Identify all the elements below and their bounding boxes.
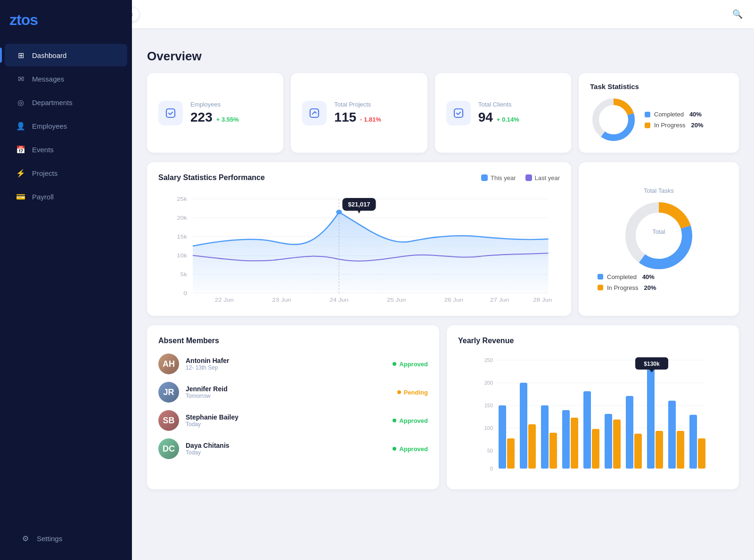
absent-item-2: SB Stephanie Bailey Today Approved xyxy=(158,410,428,431)
search-icon[interactable]: 🔍 xyxy=(732,9,743,19)
svg-rect-50 xyxy=(571,418,578,469)
this-year-square xyxy=(481,174,488,181)
legend-completed: Completed 40% xyxy=(645,111,704,118)
absent-members-title: Absent Members xyxy=(158,337,428,345)
sidebar-footer: ⚙ Settings xyxy=(0,517,132,560)
this-year-label: This year xyxy=(491,174,516,181)
completed-dot xyxy=(645,112,650,117)
avatar-antonin: AH xyxy=(158,354,179,374)
svg-rect-64 xyxy=(689,415,697,469)
svg-rect-58 xyxy=(656,431,663,469)
projects-icon: ⚡ xyxy=(16,168,25,178)
svg-text:$130k: $130k xyxy=(644,361,660,367)
status-badge-3: Approved xyxy=(393,445,428,453)
svg-text:24 Jun: 24 Jun xyxy=(329,297,348,303)
task-completed-legend: Completed 40% xyxy=(598,273,720,280)
sidebar-item-messages[interactable]: ✉ Messages xyxy=(5,67,127,90)
last-year-square xyxy=(525,174,532,181)
employees-stat-value: 223 xyxy=(190,110,213,125)
clients-stat-label: Total Clients xyxy=(478,101,519,108)
svg-rect-53 xyxy=(605,414,612,469)
svg-text:15k: 15k xyxy=(177,234,188,240)
sidebar-item-projects[interactable]: ⚡ Projects xyxy=(5,162,127,184)
payroll-icon: 💳 xyxy=(16,192,25,201)
revenue-chart-svg: 250 200 150 100 50 0 xyxy=(458,354,728,476)
svg-rect-65 xyxy=(698,438,705,469)
absent-item-1: JR Jennifer Reid Tomorrow Pending xyxy=(158,382,428,403)
clients-stat-icon xyxy=(446,101,471,125)
absent-name-0: Antonin Hafer xyxy=(186,357,386,364)
collapse-button[interactable]: ‹ xyxy=(132,7,139,22)
svg-text:200: 200 xyxy=(484,380,493,386)
absent-list: AH Antonin Hafer 12- 13th Sep Approved xyxy=(158,354,428,459)
svg-text:5k: 5k xyxy=(180,272,188,278)
salary-chart-title: Salary Statistics Performance xyxy=(158,173,265,182)
task-statistics-card: Task Statistics xyxy=(579,73,739,153)
settings-icon: ⚙ xyxy=(21,534,30,543)
svg-rect-57 xyxy=(647,368,655,469)
svg-text:25 Jun: 25 Jun xyxy=(387,297,406,303)
svg-rect-47 xyxy=(541,405,549,469)
legend-last-year: Last year xyxy=(525,174,560,181)
progress-pct-large: 20% xyxy=(644,284,656,291)
svg-text:50: 50 xyxy=(487,448,493,453)
sidebar-item-label: Payroll xyxy=(32,193,54,201)
salary-chart-wrap: $21,017 25k 20k 15k xyxy=(158,189,560,305)
absent-date-1: Tomorrow xyxy=(186,393,391,399)
salary-chart-tooltip: $21,017 xyxy=(343,198,376,211)
absent-members-card: Absent Members AH Antonin Hafer 12- 13th… xyxy=(147,325,439,489)
svg-rect-46 xyxy=(528,424,536,469)
sidebar-item-label: Projects xyxy=(32,169,57,177)
last-year-label: Last year xyxy=(535,174,560,181)
sidebar-item-label: Departments xyxy=(32,99,73,107)
sidebar-item-events[interactable]: 📅 Events xyxy=(5,138,127,161)
status-dot-2 xyxy=(393,419,396,422)
main-content: Overview Employees 223 + xyxy=(132,0,754,504)
stat-card-clients: Total Clients 94 + 0.14% xyxy=(435,73,571,153)
absent-date-2: Today xyxy=(186,421,386,428)
sidebar-item-label: Messages xyxy=(32,75,64,83)
svg-text:25k: 25k xyxy=(177,196,188,202)
progress-label-large: In Progress xyxy=(607,284,638,291)
svg-rect-62 xyxy=(668,401,676,469)
legend-this-year: This year xyxy=(481,174,516,181)
page-title: Overview xyxy=(147,49,739,64)
absent-info-1: Jennifer Reid Tomorrow xyxy=(186,385,391,399)
svg-rect-0 xyxy=(166,109,175,117)
svg-rect-54 xyxy=(613,420,621,469)
svg-rect-52 xyxy=(592,429,599,469)
status-label-2: Approved xyxy=(399,417,428,424)
progress-dot-large xyxy=(598,285,603,290)
dashboard-icon: ⊞ xyxy=(16,50,25,60)
sidebar-item-dashboard[interactable]: ⊞ Dashboard xyxy=(5,44,127,66)
status-badge-1: Pending xyxy=(397,389,428,396)
svg-rect-44 xyxy=(507,438,515,469)
svg-rect-43 xyxy=(499,405,506,469)
absent-item-0: AH Antonin Hafer 12- 13th Sep Approved xyxy=(158,354,428,374)
status-label-3: Approved xyxy=(399,445,428,453)
task-detail-card: Total Tasks Total Completed 40% xyxy=(579,162,739,316)
employees-icon: 👤 xyxy=(16,121,25,131)
avatar-stephanie: SB xyxy=(158,410,179,431)
sidebar-item-employees[interactable]: 👤 Employees xyxy=(5,115,127,137)
sidebar-item-payroll[interactable]: 💳 Payroll xyxy=(5,185,127,208)
task-donut-large: Total xyxy=(621,198,697,273)
task-legend: Completed 40% In Progress 20% xyxy=(645,111,704,129)
svg-text:22 Jun: 22 Jun xyxy=(215,297,234,303)
avatar-daya: DC xyxy=(158,438,179,459)
projects-stat-label: Total Projects xyxy=(334,101,381,108)
employees-stat-icon xyxy=(158,101,183,125)
sidebar-item-settings[interactable]: ⚙ Settings xyxy=(9,527,123,550)
svg-rect-51 xyxy=(583,391,591,469)
sidebar-item-departments[interactable]: ◎ Departments xyxy=(5,91,127,114)
sidebar-item-label: Employees xyxy=(32,122,67,130)
legend-in-progress: In Progress 20% xyxy=(645,122,704,129)
completed-label: Completed xyxy=(654,111,684,118)
absent-date-0: 12- 13th Sep xyxy=(186,364,386,371)
revenue-chart-wrap: 250 200 150 100 50 0 xyxy=(458,354,728,478)
svg-text:27 Jun: 27 Jun xyxy=(490,297,509,303)
svg-rect-1 xyxy=(310,109,319,117)
stat-card-employees: Employees 223 + 3.55% xyxy=(147,73,283,153)
status-dot-1 xyxy=(397,390,401,394)
sidebar-item-label: Settings xyxy=(37,535,62,543)
